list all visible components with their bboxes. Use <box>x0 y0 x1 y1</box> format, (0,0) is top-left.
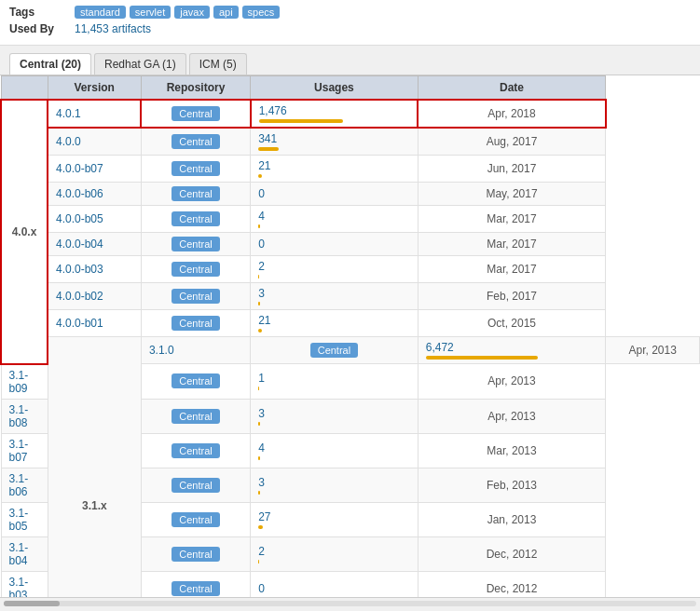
usages-cell: 1,476 <box>251 100 419 128</box>
version-link[interactable]: 3.1-b03 <box>9 576 29 598</box>
usages-link[interactable]: 6,472 <box>426 341 598 354</box>
date-cell: Apr, 2013 <box>418 364 606 400</box>
table-row: 4.0.0-b03Central2Mar, 2017 <box>1 256 700 283</box>
repo-cell: Central <box>141 399 250 433</box>
date-cell: Feb, 2013 <box>418 468 606 502</box>
tags-label: Tags <box>9 6 75 19</box>
usages-cell: 21 <box>251 310 419 337</box>
version-link[interactable]: 3.1-b04 <box>9 541 29 567</box>
version-link[interactable]: 4.0.0 <box>56 135 81 148</box>
usages-cell: 3 <box>251 399 419 433</box>
usages-link[interactable]: 3 <box>258 476 410 489</box>
repo-cell: Central <box>141 433 250 468</box>
version-link[interactable]: 4.0.0-b06 <box>56 187 103 200</box>
usages-cell: 21 <box>251 156 419 183</box>
repo-badge[interactable]: Central <box>172 478 219 493</box>
repo-cell: Central <box>141 256 250 283</box>
version-cell: 4.0.0-b01 <box>48 310 141 337</box>
table-row: 4.0.0-b01Central21Oct, 2015 <box>1 310 700 337</box>
version-link[interactable]: 4.0.0-b04 <box>56 238 103 251</box>
scrollbar-track[interactable] <box>4 601 696 606</box>
tab-redhat[interactable]: Redhat GA (1) <box>94 53 186 75</box>
repo-badge[interactable]: Central <box>172 409 219 424</box>
repo-badge[interactable]: Central <box>172 106 219 121</box>
usages-link[interactable]: 0 <box>258 187 410 200</box>
version-link[interactable]: 3.1-b07 <box>9 438 29 464</box>
version-link[interactable]: 4.0.0-b05 <box>56 212 103 225</box>
repo-badge[interactable]: Central <box>172 186 219 201</box>
usages-link[interactable]: 21 <box>258 314 410 327</box>
tag-api[interactable]: api <box>213 6 239 19</box>
repo-badge[interactable]: Central <box>172 211 219 226</box>
date-cell: May, 2017 <box>418 183 606 206</box>
version-link[interactable]: 3.1-b09 <box>9 369 29 395</box>
usages-link[interactable]: 341 <box>258 132 410 145</box>
version-link[interactable]: 4.0.1 <box>56 107 81 120</box>
usages-link[interactable]: 21 <box>258 159 410 172</box>
version-link[interactable]: 4.0.0-b02 <box>56 290 103 303</box>
usages-bar <box>258 491 260 495</box>
usages-link[interactable]: 3 <box>258 407 410 420</box>
version-cell: 4.0.0-b04 <box>48 233 141 256</box>
usages-link[interactable]: 4 <box>258 441 410 455</box>
usages-link[interactable]: 0 <box>258 582 410 595</box>
scrollbar-thumb[interactable] <box>4 601 60 606</box>
repo-badge[interactable]: Central <box>172 512 219 527</box>
tag-standard[interactable]: standard <box>75 6 126 19</box>
repo-badge[interactable]: Central <box>172 373 219 388</box>
version-link[interactable]: 3.1-b08 <box>9 403 29 429</box>
usages-link[interactable]: 0 <box>258 238 410 251</box>
repo-badge[interactable]: Central <box>172 161 219 176</box>
usages-link[interactable]: 4 <box>258 210 410 223</box>
repo-cell: Central <box>141 468 250 502</box>
date-cell: Apr, 2018 <box>418 100 606 128</box>
repo-badge[interactable]: Central <box>172 262 219 277</box>
usages-bar <box>258 147 279 151</box>
date-cell: Mar, 2017 <box>418 256 606 283</box>
repo-badge[interactable]: Central <box>172 134 219 149</box>
version-cell: 3.1.0 <box>141 337 250 364</box>
table-row: 4.0.0-b07Central21Jun, 2017 <box>1 156 700 183</box>
tag-specs[interactable]: specs <box>242 6 281 19</box>
used-by-link[interactable]: 11,453 artifacts <box>75 22 151 35</box>
usages-link[interactable]: 2 <box>258 260 410 273</box>
used-by-row: Used By 11,453 artifacts <box>9 22 691 35</box>
usages-link[interactable]: 1,476 <box>259 104 410 117</box>
tab-central[interactable]: Central (20) <box>9 53 91 75</box>
usages-bar <box>426 356 538 360</box>
version-link[interactable]: 3.1.0 <box>149 344 174 357</box>
usages-bar <box>258 224 260 228</box>
version-link[interactable]: 4.0.0-b07 <box>56 162 103 175</box>
date-cell: Mar, 2013 <box>418 433 606 468</box>
repo-badge[interactable]: Central <box>172 547 219 562</box>
tag-servlet[interactable]: servlet <box>130 6 171 19</box>
usages-link[interactable]: 1 <box>258 372 410 385</box>
repo-badge[interactable]: Central <box>172 316 219 331</box>
version-link[interactable]: 3.1-b06 <box>9 472 29 498</box>
versions-table: Version Repository Usages Date 4.0.x4.0.… <box>0 75 700 597</box>
usages-cell: 6,472 <box>418 337 606 364</box>
tag-javax[interactable]: javax <box>174 6 210 19</box>
version-link[interactable]: 4.0.0-b01 <box>56 317 103 330</box>
usages-link[interactable]: 2 <box>258 545 410 558</box>
repo-badge[interactable]: Central <box>172 237 219 251</box>
usages-cell: 341 <box>251 128 419 156</box>
usages-link[interactable]: 27 <box>258 510 410 523</box>
version-cell: 3.1-b09 <box>1 364 48 400</box>
usages-link[interactable]: 3 <box>258 287 410 300</box>
repo-badge[interactable]: Central <box>172 443 219 458</box>
scrollbar[interactable] <box>0 597 700 608</box>
repo-badge[interactable]: Central <box>310 343 358 358</box>
repo-badge[interactable]: Central <box>172 581 219 596</box>
repo-cell: Central <box>141 100 250 128</box>
usages-cell: 3 <box>251 468 419 502</box>
usages-bar <box>258 525 263 529</box>
table-row: 4.0.0Central341Aug, 2017 <box>1 128 700 156</box>
version-link[interactable]: 4.0.0-b03 <box>56 263 103 276</box>
version-link[interactable]: 3.1-b05 <box>9 507 29 533</box>
col-header-repo: Repository <box>141 76 250 101</box>
usages-bar <box>258 275 259 278</box>
repo-badge[interactable]: Central <box>172 289 219 304</box>
repo-cell: Central <box>141 283 250 310</box>
tab-icm[interactable]: ICM (5) <box>189 53 247 75</box>
